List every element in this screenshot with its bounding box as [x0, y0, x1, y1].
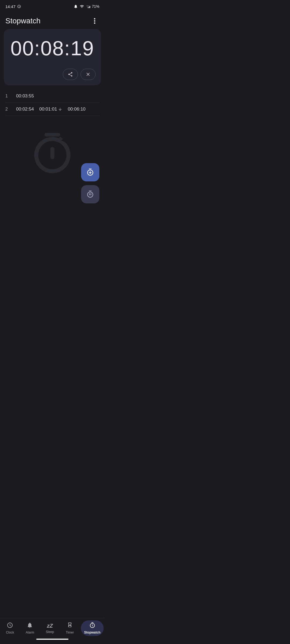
status-time: 14:47 [5, 4, 21, 9]
lap-time: 00:02:54 [16, 107, 34, 112]
add-lap-icon [86, 168, 94, 176]
wifi-icon [79, 4, 84, 9]
add-lap-button[interactable] [81, 163, 99, 181]
lap-time: 00:03:55 [16, 93, 34, 99]
status-icons: 71% [74, 4, 99, 9]
pause-icon [86, 190, 94, 198]
alarm-status-icon [17, 5, 21, 8]
svg-rect-2 [89, 6, 90, 8]
more-options-button[interactable] [90, 16, 99, 26]
header: Stopwatch [0, 12, 105, 29]
svg-rect-1 [89, 7, 89, 8]
page-title: Stopwatch [5, 17, 41, 25]
lap-diff: 00:01:01 [39, 107, 62, 112]
share-button[interactable] [63, 69, 78, 80]
lap-item: 1 00:03:55 [5, 90, 99, 103]
alarm-icon [74, 4, 78, 9]
close-icon [85, 72, 91, 77]
lap-total: 00:06:10 [68, 107, 85, 112]
signal-icon [86, 4, 90, 9]
fab-area [81, 163, 99, 203]
reset-button[interactable] [81, 69, 96, 80]
more-icon [94, 18, 95, 24]
lap-number: 2 [5, 107, 11, 112]
svg-rect-0 [88, 7, 89, 8]
lap-list: 1 00:03:55 2 00:02:54 00:01:01 00:06:10 [0, 85, 105, 120]
timer-display: 00:08:19 [4, 29, 101, 85]
lap-number: 1 [5, 94, 11, 98]
pause-button[interactable] [81, 185, 99, 203]
svg-point-4 [94, 20, 95, 22]
timer-time-display: 00:08:19 [9, 37, 96, 60]
stopwatch-watermark [28, 131, 77, 179]
battery-text: 71% [92, 4, 99, 9]
timer-actions [9, 69, 96, 80]
lap-item: 2 00:02:54 00:01:01 00:06:10 [5, 103, 99, 116]
down-arrow-icon [58, 107, 62, 111]
status-bar: 14:47 71% [0, 0, 105, 12]
svg-point-5 [94, 23, 95, 24]
svg-point-3 [94, 18, 95, 20]
content-area: 00:08:19 1 00:03:55 2 00:02:54 [0, 29, 105, 238]
share-icon [68, 72, 73, 77]
